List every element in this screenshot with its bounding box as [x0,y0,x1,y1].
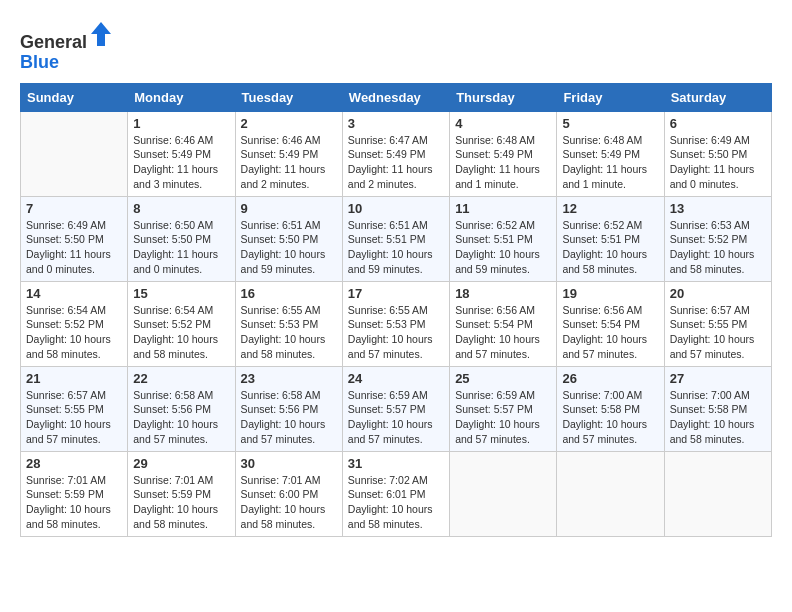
col-header-wednesday: Wednesday [342,83,449,111]
day-info: Sunrise: 6:48 AMSunset: 5:49 PMDaylight:… [455,133,551,192]
day-cell: 10Sunrise: 6:51 AMSunset: 5:51 PMDayligh… [342,196,449,281]
day-info: Sunrise: 6:53 AMSunset: 5:52 PMDaylight:… [670,218,766,277]
day-cell: 15Sunrise: 6:54 AMSunset: 5:52 PMDayligh… [128,281,235,366]
day-number: 2 [241,116,337,131]
day-info: Sunrise: 6:54 AMSunset: 5:52 PMDaylight:… [26,303,122,362]
day-number: 4 [455,116,551,131]
day-cell: 29Sunrise: 7:01 AMSunset: 5:59 PMDayligh… [128,451,235,536]
day-cell: 19Sunrise: 6:56 AMSunset: 5:54 PMDayligh… [557,281,664,366]
day-cell: 22Sunrise: 6:58 AMSunset: 5:56 PMDayligh… [128,366,235,451]
day-cell: 28Sunrise: 7:01 AMSunset: 5:59 PMDayligh… [21,451,128,536]
day-info: Sunrise: 6:51 AMSunset: 5:51 PMDaylight:… [348,218,444,277]
day-info: Sunrise: 6:47 AMSunset: 5:49 PMDaylight:… [348,133,444,192]
day-info: Sunrise: 6:46 AMSunset: 5:49 PMDaylight:… [241,133,337,192]
day-cell: 24Sunrise: 6:59 AMSunset: 5:57 PMDayligh… [342,366,449,451]
day-number: 6 [670,116,766,131]
day-info: Sunrise: 7:00 AMSunset: 5:58 PMDaylight:… [562,388,658,447]
day-info: Sunrise: 6:56 AMSunset: 5:54 PMDaylight:… [562,303,658,362]
day-cell: 2Sunrise: 6:46 AMSunset: 5:49 PMDaylight… [235,111,342,196]
day-number: 5 [562,116,658,131]
week-row-4: 21Sunrise: 6:57 AMSunset: 5:55 PMDayligh… [21,366,772,451]
day-number: 7 [26,201,122,216]
day-number: 25 [455,371,551,386]
week-row-1: 1Sunrise: 6:46 AMSunset: 5:49 PMDaylight… [21,111,772,196]
day-number: 19 [562,286,658,301]
day-info: Sunrise: 7:00 AMSunset: 5:58 PMDaylight:… [670,388,766,447]
day-cell [557,451,664,536]
day-info: Sunrise: 6:58 AMSunset: 5:56 PMDaylight:… [133,388,229,447]
week-row-5: 28Sunrise: 7:01 AMSunset: 5:59 PMDayligh… [21,451,772,536]
day-info: Sunrise: 6:49 AMSunset: 5:50 PMDaylight:… [670,133,766,192]
col-header-saturday: Saturday [664,83,771,111]
header-row: SundayMondayTuesdayWednesdayThursdayFrid… [21,83,772,111]
page-header: General Blue [20,20,772,73]
day-cell: 1Sunrise: 6:46 AMSunset: 5:49 PMDaylight… [128,111,235,196]
day-info: Sunrise: 7:01 AMSunset: 6:00 PMDaylight:… [241,473,337,532]
day-cell: 30Sunrise: 7:01 AMSunset: 6:00 PMDayligh… [235,451,342,536]
day-cell: 3Sunrise: 6:47 AMSunset: 5:49 PMDaylight… [342,111,449,196]
day-number: 21 [26,371,122,386]
day-number: 31 [348,456,444,471]
day-cell [450,451,557,536]
col-header-friday: Friday [557,83,664,111]
day-number: 27 [670,371,766,386]
day-info: Sunrise: 6:48 AMSunset: 5:49 PMDaylight:… [562,133,658,192]
day-cell: 4Sunrise: 6:48 AMSunset: 5:49 PMDaylight… [450,111,557,196]
day-number: 18 [455,286,551,301]
day-info: Sunrise: 6:58 AMSunset: 5:56 PMDaylight:… [241,388,337,447]
day-info: Sunrise: 6:50 AMSunset: 5:50 PMDaylight:… [133,218,229,277]
day-info: Sunrise: 6:55 AMSunset: 5:53 PMDaylight:… [348,303,444,362]
day-cell: 14Sunrise: 6:54 AMSunset: 5:52 PMDayligh… [21,281,128,366]
week-row-2: 7Sunrise: 6:49 AMSunset: 5:50 PMDaylight… [21,196,772,281]
day-cell: 5Sunrise: 6:48 AMSunset: 5:49 PMDaylight… [557,111,664,196]
svg-marker-0 [91,22,111,46]
day-number: 28 [26,456,122,471]
day-number: 20 [670,286,766,301]
day-cell [664,451,771,536]
calendar-table: SundayMondayTuesdayWednesdayThursdayFrid… [20,83,772,537]
day-cell: 9Sunrise: 6:51 AMSunset: 5:50 PMDaylight… [235,196,342,281]
day-number: 30 [241,456,337,471]
day-number: 9 [241,201,337,216]
day-info: Sunrise: 6:56 AMSunset: 5:54 PMDaylight:… [455,303,551,362]
col-header-monday: Monday [128,83,235,111]
logo-icon [89,20,113,48]
day-cell: 12Sunrise: 6:52 AMSunset: 5:51 PMDayligh… [557,196,664,281]
day-cell: 8Sunrise: 6:50 AMSunset: 5:50 PMDaylight… [128,196,235,281]
day-number: 10 [348,201,444,216]
day-number: 29 [133,456,229,471]
day-number: 26 [562,371,658,386]
day-info: Sunrise: 7:01 AMSunset: 5:59 PMDaylight:… [133,473,229,532]
logo: General Blue [20,20,113,73]
day-cell: 20Sunrise: 6:57 AMSunset: 5:55 PMDayligh… [664,281,771,366]
day-number: 1 [133,116,229,131]
day-number: 16 [241,286,337,301]
day-number: 14 [26,286,122,301]
day-cell: 21Sunrise: 6:57 AMSunset: 5:55 PMDayligh… [21,366,128,451]
day-info: Sunrise: 6:49 AMSunset: 5:50 PMDaylight:… [26,218,122,277]
day-cell: 23Sunrise: 6:58 AMSunset: 5:56 PMDayligh… [235,366,342,451]
day-number: 24 [348,371,444,386]
day-number: 13 [670,201,766,216]
day-cell: 31Sunrise: 7:02 AMSunset: 6:01 PMDayligh… [342,451,449,536]
col-header-thursday: Thursday [450,83,557,111]
col-header-tuesday: Tuesday [235,83,342,111]
day-info: Sunrise: 6:54 AMSunset: 5:52 PMDaylight:… [133,303,229,362]
day-info: Sunrise: 7:02 AMSunset: 6:01 PMDaylight:… [348,473,444,532]
day-cell: 25Sunrise: 6:59 AMSunset: 5:57 PMDayligh… [450,366,557,451]
day-info: Sunrise: 6:46 AMSunset: 5:49 PMDaylight:… [133,133,229,192]
day-info: Sunrise: 6:55 AMSunset: 5:53 PMDaylight:… [241,303,337,362]
day-info: Sunrise: 6:59 AMSunset: 5:57 PMDaylight:… [455,388,551,447]
day-info: Sunrise: 6:52 AMSunset: 5:51 PMDaylight:… [455,218,551,277]
day-cell: 13Sunrise: 6:53 AMSunset: 5:52 PMDayligh… [664,196,771,281]
day-info: Sunrise: 6:57 AMSunset: 5:55 PMDaylight:… [26,388,122,447]
day-cell: 16Sunrise: 6:55 AMSunset: 5:53 PMDayligh… [235,281,342,366]
day-info: Sunrise: 6:51 AMSunset: 5:50 PMDaylight:… [241,218,337,277]
day-number: 17 [348,286,444,301]
day-number: 8 [133,201,229,216]
day-cell: 17Sunrise: 6:55 AMSunset: 5:53 PMDayligh… [342,281,449,366]
day-info: Sunrise: 7:01 AMSunset: 5:59 PMDaylight:… [26,473,122,532]
day-info: Sunrise: 6:59 AMSunset: 5:57 PMDaylight:… [348,388,444,447]
logo-general: General [20,32,87,52]
logo-text: General Blue [20,20,113,73]
